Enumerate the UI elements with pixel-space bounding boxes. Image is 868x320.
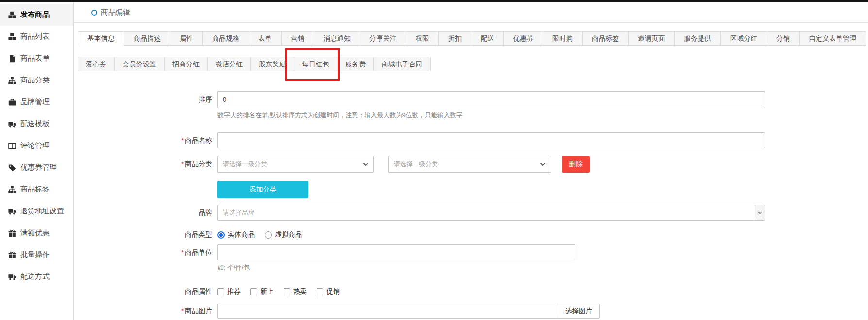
sidebar-item-publish-product[interactable]: 发布商品 <box>0 4 73 26</box>
cubes-icon <box>8 33 16 41</box>
form-row-add-category: 添加分类 <box>74 181 868 198</box>
main-content: 商品编辑 基本信息 商品描述 属性 商品规格 表单 营销 消息通知 分享关注 权… <box>74 2 868 320</box>
add-category-button[interactable]: 添加分类 <box>217 181 308 198</box>
checkbox-recommend[interactable]: 推荐 <box>217 288 241 296</box>
sidebar-item-product-form[interactable]: 商品表单 <box>0 48 73 69</box>
radio-virtual-product[interactable]: 虚拟商品 <box>265 230 302 239</box>
tab-discount[interactable]: 折扣 <box>438 31 471 46</box>
tab-form[interactable]: 表单 <box>249 31 282 46</box>
sidebar-item-label: 批量操作 <box>20 250 50 259</box>
tab-member-price[interactable]: 会员价设置 <box>114 57 165 71</box>
sidebar-item-label: 品牌管理 <box>20 97 50 107</box>
tab-shareholder-reward[interactable]: 股东奖励 <box>250 57 294 71</box>
type-label: 商品类型 <box>74 230 217 239</box>
tab-share-follow[interactable]: 分享关注 <box>360 31 406 46</box>
truck-icon <box>8 273 16 281</box>
tab-product-tags[interactable]: 商品标签 <box>582 31 629 46</box>
brand-select[interactable]: 请选择品牌 <box>217 205 765 221</box>
checkbox-label: 促销 <box>326 288 340 296</box>
tab-row-1: 基本信息 商品描述 属性 商品规格 表单 营销 消息通知 分享关注 权限 折扣 … <box>78 31 868 46</box>
image-label: *商品图片 <box>74 307 217 316</box>
form-row-image: *商品图片 选择图片 <box>74 304 868 319</box>
checkbox-label: 新上 <box>260 288 274 296</box>
radio-label: 虚拟商品 <box>275 230 302 239</box>
sort-input[interactable] <box>217 91 765 108</box>
radio-label: 实体商品 <box>228 230 255 239</box>
tab-love-coupon[interactable]: 爱心券 <box>78 57 115 71</box>
required-marker: * <box>181 249 184 256</box>
select-placeholder: 请选择品牌 <box>223 208 755 217</box>
sort-label: 排序 <box>74 96 217 104</box>
tab-shipping[interactable]: 配送 <box>471 31 504 46</box>
tab-daily-red-packet[interactable]: 每日红包 <box>294 57 337 71</box>
select-placeholder: 请选择一级分类 <box>223 160 363 169</box>
dropdown-arrow-box[interactable] <box>755 205 765 220</box>
circle-icon <box>91 10 97 16</box>
sidebar-item-shipping-template[interactable]: 配送模板 <box>0 113 73 135</box>
category-level1-select[interactable]: 请选择一级分类 <box>217 156 374 173</box>
checkbox-hot[interactable]: 热卖 <box>284 288 307 296</box>
checkbox-icon <box>317 288 323 295</box>
radio-physical-product[interactable]: 实体商品 <box>217 230 255 239</box>
tab-custom-form-management[interactable]: 自定义表单管理 <box>799 31 866 46</box>
tab-service-provide[interactable]: 服务提供 <box>674 31 721 46</box>
product-image-input[interactable] <box>217 304 558 319</box>
tab-region-dividend[interactable]: 区域分红 <box>720 31 767 46</box>
columns-icon <box>8 142 16 150</box>
sidebar-item-batch-operation[interactable]: 批量操作 <box>0 244 73 266</box>
sidebar-item-product-category[interactable]: 商品分类 <box>0 69 73 91</box>
tab-marketing[interactable]: 营销 <box>281 31 314 46</box>
sidebar: 发布商品 商品列表 商品表单 商品分类 品牌管理 配送模板 评论管理 优惠券管理… <box>0 2 74 320</box>
product-unit-input[interactable] <box>217 244 575 260</box>
category-label: *商品分类 <box>74 160 217 169</box>
sidebar-item-shipping-method[interactable]: 配送方式 <box>0 266 73 288</box>
tab-permission[interactable]: 权限 <box>406 31 439 46</box>
tab-product-description[interactable]: 商品描述 <box>124 31 170 46</box>
tab-message-notify[interactable]: 消息通知 <box>314 31 360 46</box>
form-row-category: *商品分类 请选择一级分类 请选择二级分类 删除 <box>74 156 868 173</box>
delete-category-button[interactable]: 删除 <box>562 156 590 173</box>
tab-microstore-dividend[interactable]: 微店分红 <box>207 57 251 71</box>
tab-investment-dividend[interactable]: 招商分红 <box>164 57 208 71</box>
tab-invite-page[interactable]: 邀请页面 <box>628 31 675 46</box>
tab-coupon[interactable]: 优惠券 <box>503 31 543 46</box>
sidebar-item-label: 发布商品 <box>20 10 50 19</box>
tab-attributes[interactable]: 属性 <box>170 31 203 46</box>
sidebar-item-review-management[interactable]: 评论管理 <box>0 135 73 157</box>
checkbox-icon <box>284 288 290 295</box>
sidebar-item-product-list[interactable]: 商品列表 <box>0 26 73 48</box>
chevron-down-icon <box>540 162 546 166</box>
tab-mall-e-contract[interactable]: 商城电子合同 <box>373 57 431 71</box>
checkbox-label: 热卖 <box>293 288 307 296</box>
required-marker: * <box>181 160 184 168</box>
unit-hint: 如: 个/件/包 <box>217 263 868 272</box>
product-name-input[interactable] <box>217 132 765 148</box>
checkbox-label: 推荐 <box>227 288 241 296</box>
tab-service-fee[interactable]: 服务费 <box>337 57 374 71</box>
checkbox-new[interactable]: 新上 <box>250 288 274 296</box>
tab-product-spec[interactable]: 商品规格 <box>202 31 249 46</box>
tab-basic-info[interactable]: 基本信息 <box>78 31 124 46</box>
tab-flash-sale[interactable]: 限时购 <box>543 31 583 46</box>
pick-image-button[interactable]: 选择图片 <box>558 304 600 319</box>
checkbox-icon <box>250 288 257 295</box>
truck-icon <box>8 120 16 128</box>
checkbox-icon <box>217 288 224 295</box>
sidebar-item-label: 商品表单 <box>20 54 50 63</box>
page-title: 商品编辑 <box>101 8 130 17</box>
checkbox-promotion[interactable]: 促销 <box>317 288 340 296</box>
gift-icon <box>8 229 16 237</box>
tag-icon <box>8 164 16 172</box>
sidebar-item-brand-management[interactable]: 品牌管理 <box>0 91 73 113</box>
tab-distribution[interactable]: 分销 <box>767 31 800 46</box>
sidebar-item-coupon-management[interactable]: 优惠券管理 <box>0 157 73 178</box>
sidebar-item-return-address[interactable]: 退货地址设置 <box>0 200 73 222</box>
category-level2-select[interactable]: 请选择二级分类 <box>388 156 551 173</box>
sidebar-item-label: 商品列表 <box>20 32 50 41</box>
sidebar-item-full-discount[interactable]: 满额优惠 <box>0 222 73 244</box>
sidebar-item-label: 评论管理 <box>20 141 50 150</box>
form-row-unit: *商品单位 <box>74 244 868 260</box>
attrs-label: 商品属性 <box>74 288 217 296</box>
sidebar-item-product-tags[interactable]: 商品标签 <box>0 178 73 200</box>
file-icon <box>8 55 16 63</box>
